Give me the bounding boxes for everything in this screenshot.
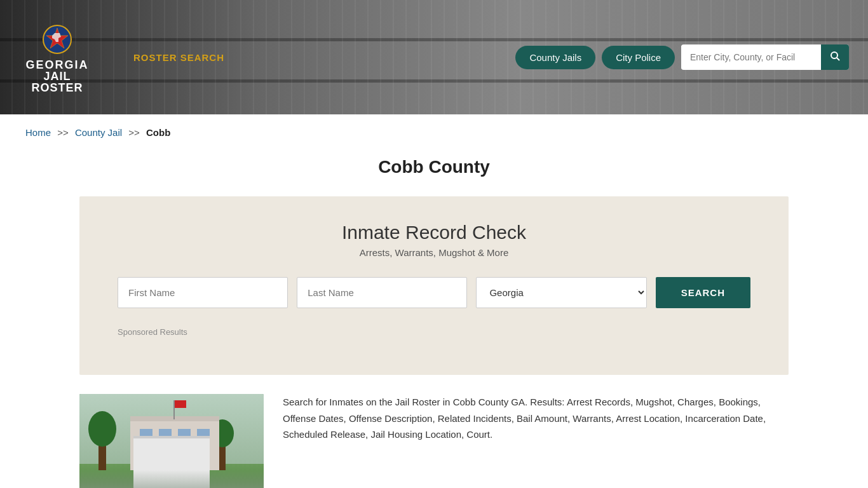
svg-rect-13 [140, 429, 153, 440]
site-header: GEORGIA JAIL ROSTER ROSTER SEARCH County… [0, 0, 868, 114]
page-title-area: Cobb County [0, 151, 868, 196]
breadcrumb-home[interactable]: Home [25, 127, 51, 138]
svg-rect-21 [165, 454, 184, 470]
page-title: Cobb County [0, 157, 868, 177]
svg-rect-17 [140, 448, 153, 459]
svg-point-3 [831, 52, 837, 58]
svg-rect-22 [173, 400, 175, 419]
svg-rect-18 [159, 448, 172, 459]
state-select[interactable]: Georgia [476, 277, 646, 308]
breadcrumb-county-jail[interactable]: County Jail [75, 127, 122, 138]
logo-text-georgia: GEORGIA [25, 59, 88, 71]
info-description: Search for Inmates on the Jail Roster in… [283, 394, 789, 443]
svg-rect-16 [197, 429, 210, 440]
header-search-bar [681, 44, 849, 70]
header-right: County Jails City Police [515, 44, 849, 70]
record-check-section: Inmate Record Check Arrests, Warrants, M… [79, 196, 789, 375]
svg-rect-15 [178, 429, 191, 440]
jail-image-svg [79, 394, 264, 488]
record-check-title: Inmate Record Check [118, 222, 750, 243]
svg-rect-14 [159, 429, 172, 440]
svg-point-8 [88, 411, 116, 447]
roster-search-link[interactable]: ROSTER SEARCH [133, 52, 224, 63]
jail-building-image [79, 394, 264, 488]
inmate-search-button[interactable]: SEARCH [656, 277, 750, 308]
header-search-button[interactable] [821, 44, 849, 70]
svg-rect-6 [79, 464, 264, 488]
georgia-seal-icon [38, 22, 76, 57]
breadcrumb: Home >> County Jail >> Cobb [0, 114, 868, 151]
first-name-input[interactable] [118, 277, 288, 308]
city-police-button[interactable]: City Police [602, 46, 675, 69]
inmate-search-form: Georgia SEARCH [118, 277, 750, 308]
breadcrumb-sep2: >> [128, 127, 140, 138]
svg-rect-23 [175, 400, 186, 408]
svg-rect-11 [130, 419, 219, 470]
svg-rect-19 [178, 448, 191, 459]
info-section: Search for Inmates on the Jail Roster in… [0, 375, 868, 488]
search-icon [830, 51, 840, 61]
county-jails-button[interactable]: County Jails [515, 46, 595, 69]
last-name-input[interactable] [297, 277, 467, 308]
header-search-input[interactable] [681, 46, 821, 69]
logo-text-jail: JAIL [43, 71, 71, 82]
breadcrumb-sep1: >> [57, 127, 69, 138]
sponsored-results-label: Sponsored Results [118, 327, 750, 337]
record-check-subtitle: Arrests, Warrants, Mugshot & More [118, 247, 750, 258]
logo-text-roster: ROSTER [31, 82, 83, 93]
site-logo[interactable]: GEORGIA JAIL ROSTER [19, 22, 95, 93]
svg-rect-20 [197, 448, 210, 459]
breadcrumb-current: Cobb [146, 127, 170, 138]
svg-line-4 [837, 58, 839, 60]
